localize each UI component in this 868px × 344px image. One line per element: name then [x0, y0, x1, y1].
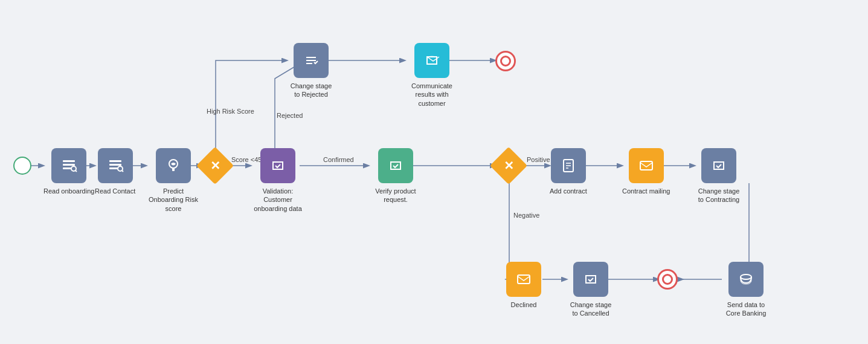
label-declined: Declined — [511, 300, 537, 309]
label-read-onboarding: Read onboarding — [43, 187, 94, 195]
label-rejected: Rejected — [277, 112, 303, 119]
node-icon-change-contracting — [701, 148, 736, 183]
node-icon-predict-risk — [156, 148, 191, 183]
svg-point-34 — [741, 274, 751, 279]
node-icon-validation — [260, 148, 295, 183]
svg-rect-22 — [109, 167, 118, 169]
node-contract-mailing[interactable]: Contract mailing — [622, 148, 670, 195]
label-positive: Positive — [527, 156, 550, 163]
label-add-contract: Add contract — [550, 187, 587, 195]
node-add-contract[interactable]: Add contract — [550, 148, 587, 195]
svg-rect-20 — [109, 160, 121, 162]
label-communicate: Communicate results with customer — [405, 82, 459, 108]
node-validation[interactable]: Validation: Customer onboarding data — [251, 148, 305, 213]
gateway-2: ✕ — [495, 152, 522, 179]
node-icon-change-cancelled — [573, 262, 608, 297]
node-send-core[interactable]: Send data to Core Banking — [722, 262, 770, 318]
svg-line-19 — [76, 170, 77, 172]
svg-line-24 — [121, 170, 123, 172]
diamond-1: ✕ — [196, 147, 234, 184]
node-change-rejected[interactable]: Change stage to Rejected — [287, 43, 335, 99]
node-change-cancelled[interactable]: Change stage to Cancelled — [567, 262, 615, 318]
node-icon-communicate — [414, 43, 449, 78]
label-confirmed: Confirmed — [323, 156, 354, 163]
node-icon-send-core — [728, 262, 764, 297]
start-circle — [13, 157, 31, 175]
label-change-rejected: Change stage to Rejected — [287, 82, 335, 99]
node-icon-change-rejected — [294, 43, 329, 78]
label-change-cancelled: Change stage to Cancelled — [567, 300, 615, 318]
node-verify[interactable]: Verify product request. — [368, 148, 423, 204]
node-icon-verify — [378, 148, 413, 183]
label-validation: Validation: Customer onboarding data — [251, 187, 305, 213]
end-circle-1 — [495, 51, 516, 71]
node-communicate[interactable]: Communicate results with customer — [405, 43, 459, 108]
node-declined[interactable]: Declined — [506, 262, 541, 309]
label-send-core: Send data to Core Banking — [722, 300, 770, 318]
end-event-1 — [495, 51, 516, 71]
label-verify: Verify product request. — [368, 187, 423, 204]
svg-point-23 — [118, 166, 123, 171]
node-icon-declined — [506, 262, 541, 297]
node-read-onboarding[interactable]: Read onboarding — [43, 148, 94, 195]
svg-rect-32 — [640, 161, 652, 170]
node-read-contact[interactable]: Read Contact — [95, 148, 135, 195]
node-icon-read-contact — [98, 148, 133, 183]
node-icon-read-onboarding — [51, 148, 86, 183]
node-predict-risk[interactable]: Predict Onboarding Risk score — [146, 148, 201, 213]
diamond-2: ✕ — [490, 147, 527, 184]
label-contract-mailing: Contract mailing — [622, 187, 670, 195]
svg-rect-33 — [518, 275, 530, 284]
label-predict-risk: Predict Onboarding Risk score — [146, 187, 201, 213]
process-diagram: Read onboarding Read Contact Predict Onb… — [0, 0, 868, 344]
label-negative: Negative — [513, 212, 539, 219]
end-circle-2 — [657, 269, 678, 290]
gateway-1: ✕ — [202, 152, 228, 179]
node-icon-add-contract — [551, 148, 586, 183]
label-read-contact: Read Contact — [95, 187, 135, 195]
svg-point-18 — [71, 166, 76, 171]
svg-rect-21 — [109, 164, 121, 166]
end-event-2 — [657, 269, 678, 290]
label-change-contracting: Change stage to Contracting — [695, 187, 743, 204]
label-high-risk: High Risk Score — [207, 108, 254, 115]
svg-rect-17 — [63, 167, 71, 169]
node-change-contracting[interactable]: Change stage to Contracting — [695, 148, 743, 204]
node-icon-contract-mailing — [629, 148, 664, 183]
svg-rect-16 — [63, 164, 75, 166]
start-event — [13, 157, 31, 175]
svg-rect-15 — [63, 160, 75, 162]
svg-rect-26 — [172, 168, 175, 171]
